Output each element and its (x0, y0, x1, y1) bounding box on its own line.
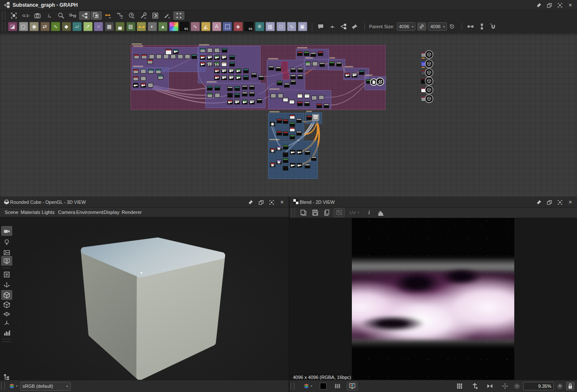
align-horizontal-icon[interactable] (465, 22, 476, 31)
graph-node[interactable] (229, 62, 235, 67)
ground-plane-icon[interactable] (1, 309, 12, 319)
graph-node[interactable] (229, 75, 234, 80)
fit-frame-icon[interactable] (1, 269, 12, 279)
zoom-1-1-icon[interactable]: ‹1:1› (20, 11, 31, 20)
mirror-node-button[interactable]: ◭ (201, 22, 210, 31)
graph-node[interactable] (214, 69, 220, 73)
graph-node[interactable] (306, 115, 312, 120)
graph-node[interactable] (336, 62, 342, 67)
graph-node[interactable] (229, 55, 235, 60)
graph-node[interactable] (214, 62, 220, 67)
graph-node[interactable] (165, 49, 172, 55)
graph-node[interactable] (284, 83, 290, 88)
graph-node[interactable] (318, 51, 323, 56)
value-node-button[interactable]: 01 (244, 22, 253, 31)
graph-node[interactable] (290, 75, 296, 79)
graph-node[interactable] (297, 51, 303, 56)
compute-time-icon[interactable] (126, 11, 137, 20)
maximize-button[interactable] (268, 199, 275, 205)
graph-node[interactable] (305, 61, 311, 66)
graph-node[interactable] (133, 76, 138, 81)
graph-node[interactable] (276, 160, 282, 164)
background-color-swatch[interactable] (318, 382, 328, 390)
graph-node[interactable] (178, 54, 183, 59)
graph-node[interactable] (345, 73, 350, 77)
fit-view-icon[interactable] (8, 11, 19, 20)
graph-node[interactable] (221, 62, 227, 67)
geometry-cube-icon[interactable] (1, 290, 12, 300)
graph-node[interactable] (298, 68, 303, 72)
bitmap-node-button[interactable]: ◪ (8, 22, 17, 31)
zoom-in-button[interactable]: + (557, 384, 563, 389)
grid-snap-icon[interactable] (173, 11, 184, 20)
colorspace-layers-icon[interactable]: ▾ (8, 383, 18, 389)
portal-icon[interactable] (338, 22, 348, 31)
channels-icon[interactable]: ▾ (301, 382, 314, 390)
graph-node[interactable] (290, 115, 295, 119)
graph-node[interactable] (221, 75, 227, 80)
graph-node[interactable] (147, 59, 153, 64)
graph-node[interactable] (324, 104, 329, 108)
graph-node[interactable] (214, 55, 220, 60)
graph-frame[interactable] (281, 61, 288, 73)
graph-node[interactable] (304, 93, 310, 98)
graph-node[interactable] (270, 163, 275, 167)
thumbnail-display-icon[interactable] (150, 11, 161, 20)
clean-graph-icon[interactable] (162, 11, 173, 20)
graph-node[interactable] (297, 150, 302, 155)
sharpen-node-button[interactable]: ◆ (62, 22, 71, 31)
scene-tree-icon[interactable] (1, 372, 12, 380)
graph-node[interactable] (227, 86, 233, 91)
graph-node[interactable] (277, 119, 282, 123)
graph-node[interactable] (149, 54, 154, 59)
drag-grip[interactable] (290, 382, 295, 390)
tiling-icon[interactable] (332, 382, 343, 390)
save-image-icon[interactable] (310, 208, 320, 217)
graph-node[interactable] (207, 93, 213, 98)
crop-node-button[interactable] (223, 22, 232, 31)
snap-magnet-icon[interactable] (488, 22, 498, 31)
graph-node[interactable] (242, 85, 247, 90)
align-vertical-icon[interactable] (477, 22, 487, 31)
lock-zoom-button[interactable] (566, 382, 574, 390)
colorspace-select[interactable]: sRGB (default)▾ (20, 382, 71, 391)
menu-materials[interactable]: Materials (21, 210, 40, 215)
wireframe-icon[interactable] (1, 300, 12, 309)
graph-node[interactable] (234, 93, 240, 98)
text-node-button[interactable]: A (212, 22, 221, 31)
graph-node[interactable] (249, 100, 255, 104)
graph-node[interactable] (297, 101, 303, 106)
close-button[interactable]: × (567, 2, 574, 8)
pan-icon[interactable] (500, 382, 510, 390)
graph-frame[interactable] (283, 73, 289, 80)
graph-node[interactable] (283, 158, 288, 163)
close-button[interactable]: × (279, 199, 285, 205)
graph-canvas[interactable] (0, 33, 577, 197)
guides-icon[interactable] (470, 382, 480, 390)
histogram-scan-node-button[interactable]: ▲ (158, 22, 168, 31)
copy-image-icon[interactable] (322, 208, 332, 217)
curve-node-button[interactable]: ∿ (51, 22, 60, 31)
pin-button[interactable] (247, 199, 254, 205)
view3d-viewport[interactable] (0, 217, 289, 380)
graph-node[interactable] (148, 83, 153, 88)
graph-node[interactable] (191, 54, 197, 59)
shape-node-button[interactable]: ○ (94, 22, 103, 31)
graph-node[interactable] (141, 83, 146, 88)
graph-node[interactable] (270, 148, 275, 153)
graph-node[interactable] (243, 75, 249, 80)
float-button[interactable] (258, 199, 264, 205)
graph-node[interactable] (229, 69, 234, 73)
graph-node[interactable] (319, 95, 324, 100)
float-button[interactable] (546, 2, 553, 8)
connection-color-icon[interactable] (103, 11, 114, 20)
graph-node[interactable] (298, 75, 303, 79)
graph-node[interactable] (316, 104, 322, 108)
graph-node[interactable] (170, 54, 176, 59)
graph-node[interactable] (207, 62, 213, 67)
graph-node[interactable] (234, 86, 240, 91)
safe-transform-node-button[interactable]: ↗ (83, 22, 93, 31)
graph-node[interactable] (290, 80, 296, 85)
duplicate-view-icon[interactable] (298, 208, 308, 217)
graph-node[interactable] (311, 156, 316, 161)
